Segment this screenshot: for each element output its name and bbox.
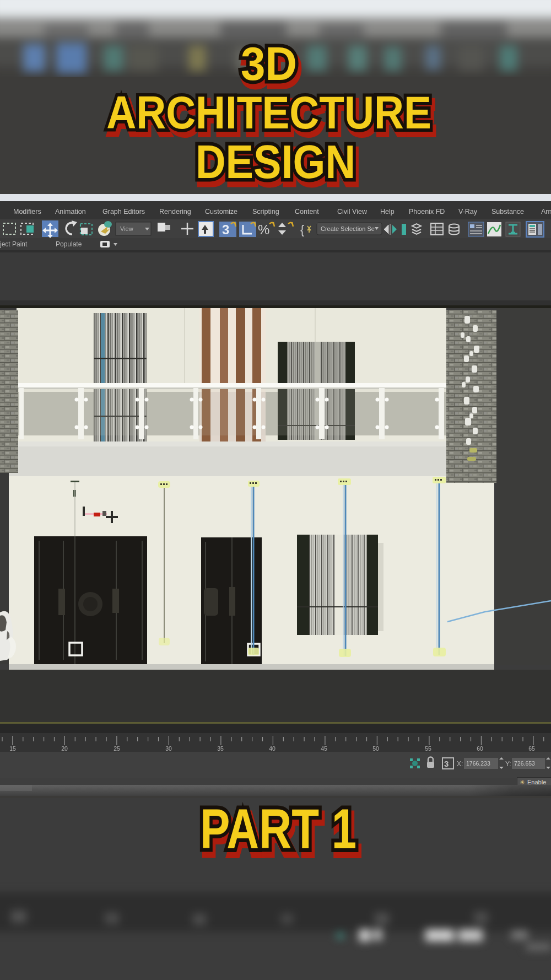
svg-text:{: { [300, 223, 304, 236]
svg-text:35: 35 [217, 745, 224, 752]
svg-text:%: % [258, 222, 269, 237]
svg-text:3: 3 [222, 222, 229, 237]
svg-text:30: 30 [165, 745, 172, 752]
svg-text:X:: X: [457, 760, 463, 768]
svg-text:55: 55 [425, 745, 431, 752]
svg-text:Create Selection Se: Create Selection Se [321, 225, 375, 232]
svg-text:DESIGN: DESIGN [196, 135, 355, 188]
svg-text:20: 20 [61, 745, 68, 752]
svg-text:View: View [120, 225, 133, 232]
svg-text:726.653: 726.653 [514, 760, 535, 767]
svg-text:25: 25 [114, 745, 120, 752]
svg-text:15: 15 [9, 745, 16, 752]
svg-text:Y:: Y: [505, 760, 511, 768]
svg-text:40: 40 [269, 745, 276, 752]
svg-text:60: 60 [477, 745, 483, 752]
svg-text:1766.233: 1766.233 [466, 760, 490, 767]
svg-text:PART 1: PART 1 [200, 797, 356, 860]
svg-text:65: 65 [528, 745, 535, 752]
svg-text:3D: 3D [241, 37, 297, 90]
svg-text:3: 3 [444, 759, 449, 768]
svg-text:45: 45 [321, 745, 327, 752]
svg-text:50: 50 [372, 745, 379, 752]
svg-text:ARCHITECTURE: ARCHITECTURE [106, 87, 431, 138]
